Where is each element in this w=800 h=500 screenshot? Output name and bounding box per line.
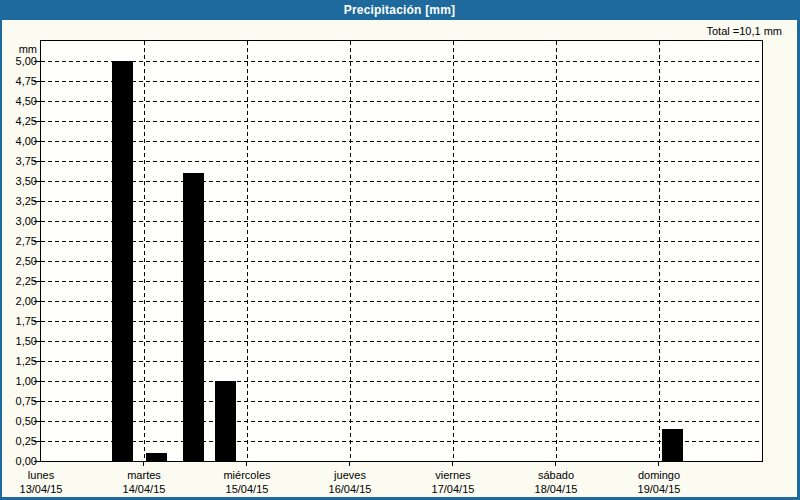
x-axis-day-label: lunes13/04/15 — [0, 468, 92, 496]
x-axis-day-label: jueves16/04/15 — [299, 468, 401, 496]
x-gridline — [247, 41, 248, 461]
y-gridline — [41, 341, 762, 342]
x-axis-day-label: miércoles15/04/15 — [196, 468, 298, 496]
y-axis-tick-label: 2,75 — [2, 234, 37, 248]
y-axis-tick-label: 5,00 — [2, 54, 37, 68]
x-gridline — [144, 41, 145, 461]
y-axis-tick-label: 1,50 — [2, 334, 37, 348]
day-name-label: martes — [93, 468, 195, 482]
y-gridline — [41, 221, 762, 222]
chart-canvas: Total =10,1 mm mm 0,000,250,500,751,001,… — [2, 20, 797, 497]
y-axis-tick-label: 4,50 — [2, 94, 37, 108]
y-axis-tick-label: 0,00 — [2, 454, 37, 468]
x-axis-tick — [452, 462, 453, 466]
y-gridline — [41, 101, 762, 102]
day-date-label: 16/04/15 — [299, 482, 401, 496]
x-gridline — [350, 41, 351, 461]
y-gridline — [41, 361, 762, 362]
day-name-label: miércoles — [196, 468, 298, 482]
y-axis-tick-label: 1,25 — [2, 354, 37, 368]
day-name-label: viernes — [402, 468, 504, 482]
x-axis-tick — [658, 462, 659, 466]
y-gridline — [41, 301, 762, 302]
day-date-label: 14/04/15 — [93, 482, 195, 496]
y-axis-tick-label: 2,00 — [2, 294, 37, 308]
x-gridline — [556, 41, 557, 461]
y-gridline — [41, 321, 762, 322]
y-axis-tick-label: 3,50 — [2, 174, 37, 188]
y-gridline — [41, 441, 762, 442]
precipitation-bar — [183, 173, 204, 461]
y-gridline — [41, 261, 762, 262]
y-gridline — [41, 421, 762, 422]
chart-window: Precipitación [mm] Total =10,1 mm mm 0,0… — [0, 0, 800, 500]
chart-titlebar: Precipitación [mm] — [2, 0, 797, 20]
total-value-label: Total =10,1 mm — [706, 25, 782, 37]
day-name-label: jueves — [299, 468, 401, 482]
day-name-label: domingo — [608, 468, 710, 482]
day-date-label: 19/04/15 — [608, 482, 710, 496]
x-axis-day-label: martes14/04/15 — [93, 468, 195, 496]
precipitation-bar — [112, 61, 133, 461]
x-axis-tick — [246, 462, 247, 466]
day-date-label: 17/04/15 — [402, 482, 504, 496]
day-name-label: sábado — [505, 468, 607, 482]
day-date-label: 15/04/15 — [196, 482, 298, 496]
y-axis-tick-label: 0,75 — [2, 394, 37, 408]
y-gridline — [41, 181, 762, 182]
precipitation-bar — [215, 381, 236, 461]
x-gridline — [659, 41, 660, 461]
x-axis-day-label: domingo19/04/15 — [608, 468, 710, 496]
y-gridline — [41, 401, 762, 402]
y-axis-tick-label: 3,25 — [2, 194, 37, 208]
y-gridline — [41, 141, 762, 142]
y-gridline — [41, 281, 762, 282]
y-axis-tick-label: 3,75 — [2, 154, 37, 168]
y-axis-tick-label: 4,25 — [2, 114, 37, 128]
y-gridline — [41, 201, 762, 202]
y-axis-tick-label: 4,75 — [2, 74, 37, 88]
y-gridline — [41, 61, 762, 62]
day-date-label: 13/04/15 — [0, 482, 92, 496]
x-axis-tick — [555, 462, 556, 466]
y-axis-tick-label: 0,25 — [2, 434, 37, 448]
x-axis-day-label: viernes17/04/15 — [402, 468, 504, 496]
x-axis-day-label: sábado18/04/15 — [505, 468, 607, 496]
y-axis-tick-label: 2,25 — [2, 274, 37, 288]
y-axis-tick-label: 1,75 — [2, 314, 37, 328]
day-name-label: lunes — [0, 468, 92, 482]
x-axis-tick — [143, 462, 144, 466]
y-gridline — [41, 121, 762, 122]
y-axis-tick-label: 2,50 — [2, 254, 37, 268]
y-gridline — [41, 161, 762, 162]
y-axis-tick-label: 4,00 — [2, 134, 37, 148]
chart-title: Precipitación [mm] — [344, 3, 456, 17]
precipitation-bar — [146, 453, 167, 461]
y-gridline — [41, 241, 762, 242]
x-gridline — [453, 41, 454, 461]
plot-area — [40, 40, 763, 462]
day-date-label: 18/04/15 — [505, 482, 607, 496]
y-gridline — [41, 81, 762, 82]
x-axis-tick — [349, 462, 350, 466]
precipitation-bar — [662, 429, 683, 461]
y-gridline — [41, 381, 762, 382]
y-axis-tick-label: 3,00 — [2, 214, 37, 228]
y-axis-tick-label: 0,50 — [2, 414, 37, 428]
y-axis-tick-label: 1,00 — [2, 374, 37, 388]
